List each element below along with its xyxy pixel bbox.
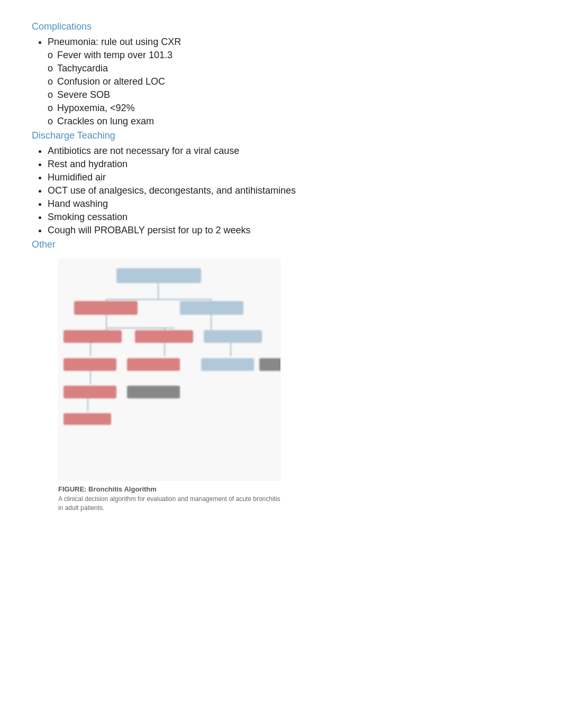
complications-heading: Complications xyxy=(32,21,536,32)
list-item: Fever with temp over 101.3 xyxy=(48,50,536,61)
complications-bullet-list: Pneumonia: rule out using CXR xyxy=(48,37,536,48)
list-item: Crackles on lung exam xyxy=(48,116,536,127)
list-item: Antibiotics are not necessary for a vira… xyxy=(48,145,536,157)
list-item: Tachycardia xyxy=(48,63,536,74)
fc-node-row2-m xyxy=(135,330,193,343)
discharge-teaching-list: Antibiotics are not necessary for a vira… xyxy=(48,145,536,236)
fc-node-row4-m xyxy=(127,386,180,398)
other-heading: Other xyxy=(32,239,536,250)
fc-node-top xyxy=(116,268,201,283)
list-item: Smoking cessation xyxy=(48,212,536,223)
list-item: Severe SOB xyxy=(48,89,536,101)
fc-node-row2-r xyxy=(204,330,262,343)
chart-caption-area: FIGURE: Bronchitis Algorithm A clinical … xyxy=(58,485,280,513)
chart-caption-title: FIGURE: Bronchitis Algorithm xyxy=(58,485,280,493)
other-section: Other xyxy=(26,239,536,250)
fc-node-row3-r xyxy=(201,358,254,371)
fc-node-row3-m xyxy=(127,358,180,371)
fc-node-row4-l xyxy=(64,386,116,398)
list-item: Confusion or altered LOC xyxy=(48,76,536,87)
fc-node-mid-right xyxy=(180,301,243,315)
list-item: Cough will PROBABLY persist for up to 2 … xyxy=(48,225,536,236)
discharge-teaching-heading: Discharge Teaching xyxy=(32,130,536,141)
fc-node-row2-l xyxy=(64,330,122,343)
list-item: Pneumonia: rule out using CXR xyxy=(48,37,536,48)
flowchart-diagram xyxy=(58,259,280,481)
list-item: Humidified air xyxy=(48,172,536,183)
list-item: Rest and hydration xyxy=(48,159,536,170)
complications-section: Complications Pneumonia: rule out using … xyxy=(26,21,536,127)
list-item: Hypoxemia, <92% xyxy=(48,103,536,114)
fc-node-row5-l xyxy=(64,413,111,425)
list-item: OCT use of analgesics, decongestants, an… xyxy=(48,185,536,196)
fc-node-row3-rr xyxy=(259,358,280,371)
list-item: Hand washing xyxy=(48,198,536,210)
flowchart-image xyxy=(58,259,280,481)
fc-node-row3-l xyxy=(64,358,116,371)
chart-caption-body: A clinical decision algorithm for evalua… xyxy=(58,495,280,513)
fc-node-mid-left xyxy=(74,301,138,315)
discharge-teaching-section: Discharge Teaching Antibiotics are not n… xyxy=(26,130,536,236)
complications-sub-list: Fever with temp over 101.3 Tachycardia C… xyxy=(48,50,536,127)
